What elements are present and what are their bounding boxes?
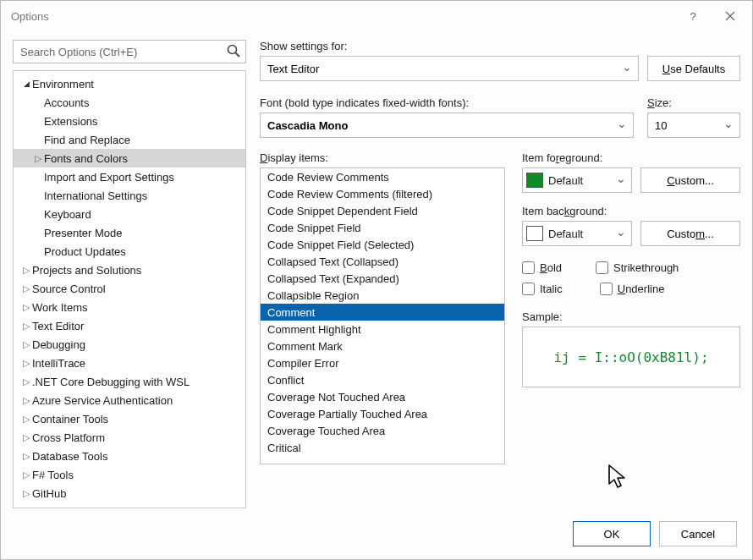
- background-custom-button[interactable]: Custom...: [640, 221, 740, 246]
- tree-item-label: Cross Platform: [32, 431, 105, 444]
- tree-item[interactable]: ▷IntelliTrace: [14, 354, 245, 372]
- tree-item-label: Keyboard: [44, 208, 91, 221]
- tree-item[interactable]: ▷Database Tools: [14, 447, 245, 465]
- tree-item[interactable]: ▷Presenter Mode: [14, 223, 245, 242]
- display-items-label: Display items:: [260, 151, 505, 164]
- options-dialog: Options ? ◢Environment▷Accounts▷Extensio…: [0, 0, 753, 560]
- close-button[interactable]: [712, 3, 749, 29]
- tree-item[interactable]: ▷Source Control: [14, 279, 245, 298]
- tree-item[interactable]: ▷Fonts and Colors: [14, 149, 245, 167]
- window-title: Options: [11, 10, 49, 23]
- display-items-list[interactable]: Code Review CommentsCode Review Comments…: [260, 167, 505, 464]
- background-combo[interactable]: Default: [522, 221, 632, 246]
- tree-item-label: IntelliTrace: [32, 357, 85, 370]
- tree-item-label: Extensions: [44, 115, 98, 128]
- list-item[interactable]: Code Snippet Field (Selected): [261, 236, 504, 253]
- tree-item[interactable]: ▷Azure Service Authentication: [14, 391, 245, 409]
- tree-item[interactable]: ▷Work Items: [14, 298, 245, 316]
- background-swatch: [526, 226, 543, 241]
- tree-item[interactable]: ◢Environment: [14, 74, 245, 93]
- tree-item-label: Import and Export Settings: [44, 171, 174, 184]
- close-icon: [725, 11, 735, 21]
- tree-item[interactable]: ▷Find and Replace: [14, 130, 245, 149]
- tree-item-label: Find and Replace: [44, 134, 130, 146]
- help-button[interactable]: ?: [674, 3, 712, 29]
- tree-item-label: Source Control: [32, 283, 106, 295]
- strikethrough-checkbox[interactable]: Strikethrough: [596, 261, 679, 274]
- tree-item-label: F# Tools: [32, 469, 74, 481]
- foreground-swatch: [526, 173, 543, 188]
- tree-item-label: Container Tools: [32, 413, 108, 425]
- tree-item-label: Presenter Mode: [44, 227, 123, 239]
- tree-item-label: Accounts: [44, 96, 89, 109]
- use-defaults-button[interactable]: Use Defaults: [647, 56, 740, 81]
- titlebar: Options ?: [1, 1, 752, 31]
- tree-item[interactable]: ▷GitHub: [14, 484, 245, 502]
- underline-checkbox[interactable]: Underline: [600, 283, 665, 295]
- list-item[interactable]: Code Snippet Field: [261, 219, 504, 236]
- background-value: Default: [548, 228, 583, 240]
- tree-item[interactable]: ▷Keyboard: [14, 205, 245, 223]
- tree-item[interactable]: ▷Accounts: [14, 93, 245, 112]
- tree-item-label: Text Editor: [32, 320, 84, 332]
- tree-item[interactable]: ▷Debugging: [14, 335, 245, 354]
- tree-item-label: Work Items: [32, 301, 88, 314]
- list-item[interactable]: Coverage Partially Touched Area: [261, 405, 504, 422]
- show-settings-combo[interactable]: Text Editor: [260, 56, 639, 81]
- size-combo[interactable]: 10: [647, 113, 740, 138]
- list-item[interactable]: Conflict: [261, 371, 504, 388]
- italic-checkbox[interactable]: Italic: [522, 283, 563, 295]
- tree-item-label: Database Tools: [32, 450, 107, 463]
- font-label: Font (bold type indicates fixed-width fo…: [260, 96, 634, 109]
- list-item[interactable]: Comment Mark: [261, 338, 504, 354]
- svg-point-0: [228, 46, 237, 54]
- tree-item[interactable]: ▷International Settings: [14, 186, 245, 205]
- tree-item[interactable]: ▷Cross Platform: [14, 428, 245, 447]
- search-icon: [226, 43, 241, 61]
- tree-item[interactable]: ▷Text Editor: [14, 316, 245, 335]
- list-item[interactable]: Compiler Error: [261, 354, 504, 371]
- foreground-value: Default: [548, 174, 583, 187]
- tree-item[interactable]: ▷Extensions: [14, 112, 245, 130]
- tree-item[interactable]: ▷Projects and Solutions: [14, 261, 245, 279]
- tree-item[interactable]: ▷F# Tools: [14, 465, 245, 484]
- tree-item-label: International Settings: [44, 189, 147, 202]
- list-item[interactable]: Comment: [261, 304, 504, 321]
- tree-item-label: GitHub: [32, 487, 66, 500]
- bold-checkbox[interactable]: Bold: [522, 261, 562, 274]
- tree-item-label: Projects and Solutions: [32, 264, 141, 277]
- tree-item[interactable]: ▷.NET Core Debugging with WSL: [14, 372, 245, 391]
- sample-label: Sample:: [522, 310, 740, 323]
- tree-item[interactable]: ▷Container Tools: [14, 409, 245, 428]
- cancel-button[interactable]: Cancel: [659, 521, 737, 546]
- search-input[interactable]: [13, 40, 246, 63]
- tree-item[interactable]: ▷Import and Export Settings: [14, 167, 245, 186]
- tree-item-label: Azure Service Authentication: [32, 394, 173, 407]
- list-item[interactable]: Code Review Comments (filtered): [261, 185, 504, 202]
- list-item[interactable]: Collapsible Region: [261, 287, 504, 304]
- sample-text: ij = I::oO(0xB81l);: [553, 349, 708, 365]
- list-item[interactable]: Coverage Not Touched Area: [261, 388, 504, 405]
- tree-item-label: Environment: [32, 78, 94, 91]
- dialog-footer: OK Cancel: [1, 508, 752, 559]
- svg-line-1: [236, 53, 240, 58]
- list-item[interactable]: Collapsed Text (Collapsed): [261, 253, 504, 270]
- list-item[interactable]: Comment Highlight: [261, 321, 504, 338]
- item-foreground-label: Item foreground:: [522, 151, 740, 164]
- foreground-custom-button[interactable]: Custom...: [640, 167, 740, 193]
- list-item[interactable]: Code Review Comments: [261, 168, 504, 185]
- show-settings-label: Show settings for:: [260, 40, 740, 52]
- category-tree[interactable]: ◢Environment▷Accounts▷Extensions▷Find an…: [13, 70, 246, 508]
- list-item[interactable]: Critical: [261, 439, 504, 456]
- list-item[interactable]: Coverage Touched Area: [261, 422, 504, 439]
- list-item[interactable]: Code Snippet Dependent Field: [261, 202, 504, 219]
- tree-item[interactable]: ▷Product Updates: [14, 242, 245, 261]
- ok-button[interactable]: OK: [573, 521, 651, 546]
- tree-item-label: .NET Core Debugging with WSL: [32, 376, 190, 388]
- item-background-label: Item background:: [522, 205, 740, 217]
- font-combo[interactable]: Cascadia Mono: [260, 113, 634, 138]
- sample-preview: ij = I::oO(0xB81l);: [522, 327, 740, 387]
- list-item[interactable]: Collapsed Text (Expanded): [261, 270, 504, 287]
- foreground-combo[interactable]: Default: [522, 167, 632, 193]
- size-label: Size:: [647, 96, 740, 109]
